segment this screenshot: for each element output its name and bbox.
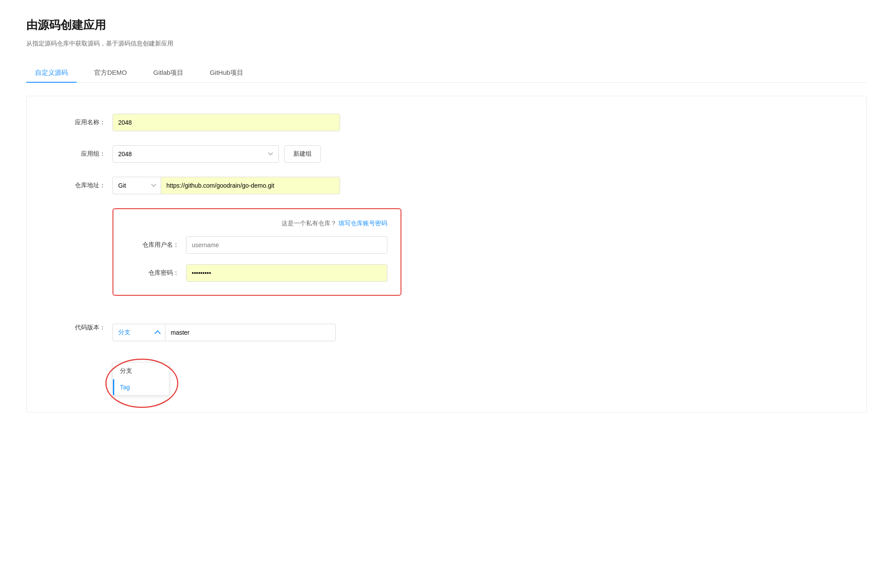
page-subtitle: 从指定源码仓库中获取源码，基于源码信息创建新应用 xyxy=(26,40,867,48)
form-card: 应用名称： 应用组： 2048 新建组 仓库地址： Git SVN xyxy=(26,96,867,413)
password-row: 仓库密码： xyxy=(127,264,387,282)
username-label: 仓库用户名： xyxy=(127,241,179,249)
app-group-label: 应用组： xyxy=(53,150,105,158)
code-version-label: 代码版本： xyxy=(53,324,105,332)
chevron-up-icon xyxy=(155,330,161,336)
branch-type-label: 分支 xyxy=(118,329,130,336)
page-title: 由源码创建应用 xyxy=(26,18,867,33)
page-wrapper: 由源码创建应用 从指定源码仓库中获取源码，基于源码信息创建新应用 自定义源码 官… xyxy=(0,0,893,588)
tab-gitlab[interactable]: Gitlab项目 xyxy=(144,63,192,82)
code-version-row: 代码版本： 分支 分支 Tag xyxy=(53,324,840,376)
app-group-select[interactable]: 2048 xyxy=(113,145,279,163)
dropdown-item-tag[interactable]: Tag xyxy=(113,379,169,395)
app-name-row: 应用名称： xyxy=(53,114,840,131)
code-version-controls: 分支 分支 Tag xyxy=(113,324,336,376)
tab-official[interactable]: 官方DEMO xyxy=(85,63,136,82)
private-hint-link[interactable]: 填写仓库账号密码 xyxy=(338,220,387,227)
repo-type-select[interactable]: Git SVN xyxy=(113,177,161,194)
branch-type-select[interactable]: 分支 xyxy=(113,324,165,341)
password-label: 仓库密码： xyxy=(127,269,179,277)
repo-addr-group: Git SVN xyxy=(113,177,340,194)
repo-addr-label: 仓库地址： xyxy=(53,182,105,189)
repo-addr-row: 仓库地址： Git SVN xyxy=(53,177,840,194)
app-name-label: 应用名称： xyxy=(53,119,105,126)
dropdown-item-branch[interactable]: 分支 xyxy=(113,363,169,379)
tab-custom[interactable]: 自定义源码 xyxy=(26,63,77,82)
private-section: 这是一个私有仓库？ 填写仓库账号密码 仓库用户名： 仓库密码： xyxy=(113,208,401,296)
username-row: 仓库用户名： xyxy=(127,236,387,254)
branch-value-input[interactable] xyxy=(165,324,336,341)
branch-dropdown: 分支 Tag xyxy=(113,362,169,396)
private-hint: 这是一个私有仓库？ 填写仓库账号密码 xyxy=(127,220,387,228)
app-name-input[interactable] xyxy=(113,114,340,131)
private-hint-text: 这是一个私有仓库？ xyxy=(281,220,337,227)
tab-github[interactable]: GitHub项目 xyxy=(201,63,252,82)
app-group-row: 应用组： 2048 新建组 xyxy=(53,145,840,163)
password-input[interactable] xyxy=(186,264,387,282)
repo-url-input[interactable] xyxy=(161,177,340,194)
new-group-button[interactable]: 新建组 xyxy=(284,145,321,163)
tabs-bar: 自定义源码 官方DEMO Gitlab项目 GitHub项目 xyxy=(26,63,867,83)
username-input[interactable] xyxy=(186,236,387,254)
